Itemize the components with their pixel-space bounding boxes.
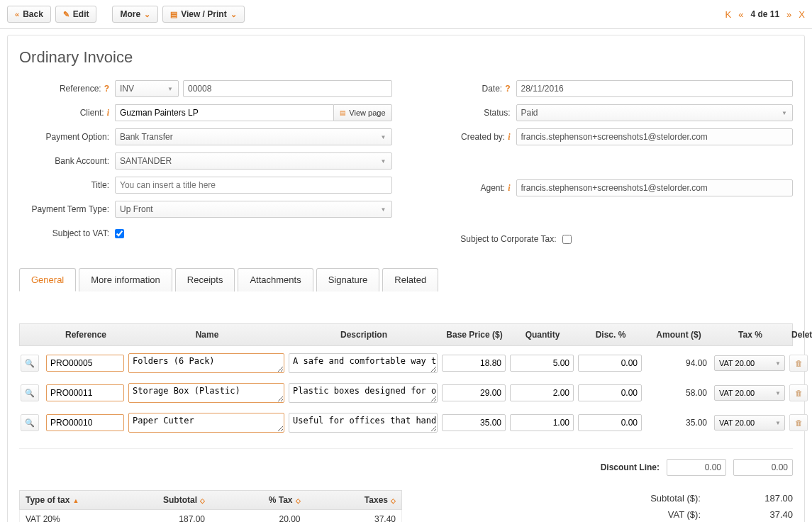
totals: Subtotal ($):187.00 VAT ($):37.40 Total … [580,490,793,522]
item-price-input[interactable] [442,414,506,431]
item-desc-input[interactable]: Plastic boxes designed for offices, [289,383,438,403]
tab-signature[interactable]: Signature [316,268,380,291]
item-tax-select[interactable] [714,415,785,431]
pager-last[interactable]: X [799,9,805,20]
tab-receipts[interactable]: Receipts [175,268,235,291]
item-desc-input[interactable]: A safe and comfortable way to store [289,353,438,373]
view-print-label: View / Print [181,9,226,19]
help-icon[interactable]: ? [104,84,109,94]
item-disc-input[interactable] [578,384,642,401]
item-search-button[interactable]: 🔍 [21,384,39,401]
info-icon[interactable]: i [107,108,109,118]
list-icon: ▤ [170,10,177,19]
item-ref-input[interactable] [46,384,124,401]
tax-pct-cell: 20.00 [211,510,306,522]
sort-up-icon: ▲ [72,497,79,504]
item-name-input[interactable]: Storage Box (Plastic) [128,383,284,403]
item-amount: 35.00 [646,418,710,428]
item-disc-input[interactable] [578,414,642,431]
tab-more-info[interactable]: More information [79,268,172,291]
col-name: Name [129,327,285,343]
date-input[interactable] [516,80,794,97]
item-qty-input[interactable] [510,384,574,401]
label-created-by: Created by:i [421,132,516,143]
status-select[interactable] [516,104,794,121]
item-tax-select[interactable] [714,355,785,371]
item-row: 🔍Paper CutterUseful for offices that han… [19,410,793,435]
tax-col-pct[interactable]: % Tax◇ [211,491,306,509]
subtotal-value: 187.00 [722,493,793,504]
discount-value-2[interactable] [733,459,793,476]
item-price-input[interactable] [442,355,506,372]
title-input[interactable] [115,177,392,194]
col-quantity: Quantity [511,327,574,343]
pager-first[interactable]: K [725,9,731,20]
client-input[interactable] [115,104,333,121]
back-button[interactable]: «Back [7,6,51,23]
back-label: Back [23,9,43,19]
info-icon[interactable]: i [508,183,510,194]
tab-related[interactable]: Related [382,268,438,291]
discount-value-1[interactable] [667,459,726,476]
more-label: More [120,9,140,19]
trash-icon: 🗑 [795,389,803,397]
agent-field [516,179,794,196]
chevron-left-icon: « [15,10,19,18]
item-disc-input[interactable] [578,355,642,372]
item-price-input[interactable] [442,384,506,401]
vat-label: VAT ($): [580,509,722,520]
reference-number-input[interactable] [183,80,392,97]
item-tax-select[interactable] [714,385,785,401]
item-desc-input[interactable]: Useful for offices that handle large [289,413,438,433]
edit-button[interactable]: ✎Edit [55,6,97,23]
tabs: General More information Receipts Attach… [19,268,793,291]
bank-account-select[interactable] [115,152,392,170]
toolbar: «Back ✎Edit More⌄ ▤View / Print⌄ K « 4 d… [0,0,812,29]
tab-panel-general: Reference Name Description Base Price ($… [19,291,793,522]
tax-subtotal-cell: 187.00 [116,510,211,522]
pencil-icon: ✎ [63,10,69,19]
reference-prefix-select[interactable] [115,80,179,97]
item-search-button[interactable]: 🔍 [21,414,39,431]
help-icon[interactable]: ? [505,84,510,94]
label-client: Client:i [19,108,115,118]
item-search-button[interactable]: 🔍 [21,355,39,372]
item-delete-button[interactable]: 🗑 [789,414,808,431]
label-title: Title: [19,180,115,190]
tab-attachments[interactable]: Attachments [238,268,313,291]
info-icon[interactable]: i [508,132,510,143]
label-bank-account: Bank Account: [19,156,115,166]
label-subject-corp: Subject to Corporate Tax: [421,234,562,244]
subtotal-label: Subtotal ($): [580,493,722,504]
view-page-button[interactable]: ▤View page [333,104,391,121]
tax-col-type[interactable]: Type of tax▲ [20,491,116,509]
subject-corp-checkbox[interactable] [562,235,572,244]
tax-row: VAT 20% 187.00 20.00 37.40 [19,510,402,522]
item-name-input[interactable]: Folders (6 Pack) [128,353,284,373]
pager-next[interactable]: » [786,9,791,20]
label-reference: Reference:? [19,84,115,94]
col-disc: Disc. % [579,327,643,343]
sort-icon: ◇ [200,497,205,504]
item-qty-input[interactable] [510,355,574,372]
subject-vat-checkbox[interactable] [115,229,124,238]
tax-col-taxes[interactable]: Taxes◇ [306,491,402,509]
created-by-field [516,128,794,145]
payment-option-select[interactable] [115,128,392,145]
item-qty-input[interactable] [510,414,574,431]
discount-line: Discount Line: [19,448,793,476]
pager-prev[interactable]: « [738,9,743,20]
item-ref-input[interactable] [46,414,124,431]
item-name-input[interactable]: Paper Cutter [128,413,284,433]
items-header: Reference Name Description Base Price ($… [19,323,793,346]
payment-term-select[interactable] [115,201,392,218]
tab-general[interactable]: General [19,268,76,291]
item-ref-input[interactable] [46,355,124,372]
view-print-button[interactable]: ▤View / Print⌄ [162,6,244,23]
item-delete-button[interactable]: 🗑 [789,384,808,401]
more-button[interactable]: More⌄ [112,6,158,23]
item-delete-button[interactable]: 🗑 [789,355,808,372]
tax-col-subtotal[interactable]: Subtotal◇ [116,491,211,509]
content-panel: Ordinary Invoice Reference:? Client:i ▤V… [7,35,805,522]
sort-icon: ◇ [391,497,396,504]
